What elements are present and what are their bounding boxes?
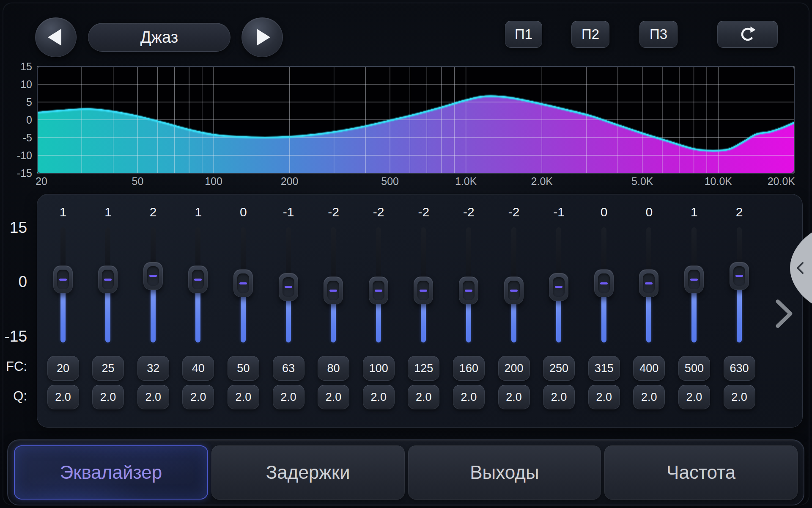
- side-drawer-handle[interactable]: [786, 230, 812, 306]
- svg-text:200: 200: [281, 175, 299, 187]
- band-column-40hz: 1402.0: [176, 194, 221, 428]
- tab-частота[interactable]: Частота: [604, 445, 798, 500]
- band-q-button[interactable]: 2.0: [182, 385, 214, 409]
- band-fc-button[interactable]: 20: [47, 356, 79, 381]
- band-fc-button[interactable]: 500: [678, 356, 710, 381]
- band-gain-value: -2: [311, 204, 356, 221]
- band-slider-handle[interactable]: [98, 265, 118, 293]
- slider-handle-dash-icon: [285, 286, 292, 288]
- band-gain-value: 2: [717, 204, 762, 221]
- band-q-button[interactable]: 2.0: [588, 385, 620, 409]
- band-fc-button[interactable]: 50: [228, 356, 259, 381]
- band-fc-button[interactable]: 315: [588, 356, 620, 381]
- band-gain-value: -1: [536, 204, 582, 221]
- memory-button-p1[interactable]: П1: [505, 21, 542, 48]
- band-q-button[interactable]: 2.0: [137, 385, 169, 409]
- band-q-button[interactable]: 2.0: [498, 385, 530, 409]
- band-fc-button[interactable]: 63: [273, 356, 304, 381]
- band-column-100hz: -21002.0: [356, 194, 401, 428]
- band-fc-button[interactable]: 200: [498, 356, 530, 381]
- slider-handle-dash-icon: [735, 275, 743, 277]
- band-q-button[interactable]: 2.0: [273, 385, 304, 409]
- band-column-315hz: 03152.0: [582, 194, 627, 428]
- fc-row-label: FC:: [0, 359, 27, 374]
- band-gain-value: 0: [626, 204, 672, 221]
- band-fc-button[interactable]: 125: [408, 356, 439, 381]
- svg-text:1.0K: 1.0K: [455, 175, 477, 187]
- memory-button-p2[interactable]: П2: [571, 21, 609, 48]
- band-slider-handle[interactable]: [279, 273, 298, 301]
- preset-next-button[interactable]: [241, 17, 283, 57]
- band-fc-button[interactable]: 80: [318, 356, 349, 381]
- band-fc-button[interactable]: 400: [633, 356, 665, 381]
- band-slider-handle[interactable]: [594, 269, 614, 297]
- band-column-400hz: 04002.0: [626, 194, 672, 428]
- band-fc-button[interactable]: 100: [363, 356, 395, 381]
- band-fc-button[interactable]: 32: [137, 356, 169, 381]
- band-gain-value: 0: [582, 204, 627, 221]
- equalizer-bands-panel: 1202.01252.02322.01402.00502.0-1632.0-28…: [37, 194, 803, 428]
- svg-text:100: 100: [205, 175, 222, 187]
- memory-button-p1-label: П1: [515, 26, 532, 42]
- memory-button-p3-label: П3: [650, 26, 667, 42]
- bottom-tab-bar: ЭквалайзерЗадержкиВыходыЧастота: [7, 439, 804, 505]
- band-q-button[interactable]: 2.0: [228, 385, 259, 409]
- band-q-button[interactable]: 2.0: [408, 385, 439, 409]
- band-column-63hz: -1632.0: [266, 194, 311, 428]
- refresh-icon: [738, 25, 757, 44]
- band-slider-handle[interactable]: [549, 273, 568, 301]
- band-q-button[interactable]: 2.0: [47, 385, 79, 409]
- tab-задержки[interactable]: Задержки: [211, 445, 405, 500]
- svg-text:10: 10: [20, 78, 32, 90]
- band-fc-button[interactable]: 160: [453, 356, 485, 381]
- band-q-button[interactable]: 2.0: [633, 385, 665, 409]
- slider-handle-dash-icon: [600, 282, 608, 284]
- band-q-button[interactable]: 2.0: [543, 385, 575, 409]
- band-slider-handle[interactable]: [188, 265, 208, 293]
- band-slider-handle[interactable]: [369, 276, 388, 304]
- band-column-25hz: 1252.0: [85, 194, 131, 428]
- band-slider-handle[interactable]: [414, 276, 433, 304]
- band-q-button[interactable]: 2.0: [724, 385, 755, 409]
- svg-text:2.0K: 2.0K: [531, 175, 553, 187]
- band-column-160hz: -21602.0: [446, 194, 491, 428]
- graph-x-tick-labels: 20501002005001.0K2.0K5.0K10.0K20.0K: [36, 175, 795, 187]
- band-fc-button[interactable]: 630: [724, 356, 755, 381]
- band-q-button[interactable]: 2.0: [318, 385, 349, 409]
- band-slider-handle[interactable]: [639, 269, 658, 297]
- band-slider-handle[interactable]: [504, 276, 524, 304]
- band-slider-handle[interactable]: [684, 265, 704, 293]
- tab-выходы[interactable]: Выходы: [408, 445, 601, 500]
- slider-handle-dash-icon: [59, 279, 67, 281]
- band-fc-button[interactable]: 250: [543, 356, 575, 381]
- memory-button-p3[interactable]: П3: [639, 21, 678, 48]
- tab-selected-эквалайзер[interactable]: Эквалайзер: [14, 445, 208, 500]
- band-column-125hz: -21252.0: [401, 194, 446, 428]
- svg-text:5: 5: [26, 96, 32, 108]
- band-q-button[interactable]: 2.0: [92, 385, 124, 409]
- band-gain-value: 2: [131, 204, 176, 221]
- slider-scale-zero-label: 0: [0, 273, 27, 291]
- band-gain-value: 0: [221, 204, 266, 221]
- preset-prev-button[interactable]: [35, 17, 77, 57]
- svg-text:15: 15: [20, 61, 32, 72]
- svg-text:500: 500: [381, 175, 399, 187]
- band-slider-handle[interactable]: [53, 265, 73, 293]
- band-fc-button[interactable]: 25: [92, 356, 124, 381]
- band-slider-handle[interactable]: [233, 269, 253, 297]
- band-slider-handle[interactable]: [459, 276, 478, 304]
- preset-name-display[interactable]: Джаз: [88, 23, 230, 52]
- svg-text:20: 20: [36, 175, 47, 187]
- reset-button[interactable]: [717, 21, 778, 48]
- band-q-button[interactable]: 2.0: [453, 385, 485, 409]
- band-q-button[interactable]: 2.0: [678, 385, 710, 409]
- band-slider-handle[interactable]: [324, 276, 343, 304]
- band-slider-handle[interactable]: [730, 262, 749, 290]
- slider-handle-dash-icon: [420, 290, 427, 292]
- band-gain-value: -2: [356, 204, 401, 221]
- band-fc-button[interactable]: 40: [182, 356, 214, 381]
- slider-handle-dash-icon: [149, 275, 157, 277]
- slider-handle-dash-icon: [690, 279, 698, 281]
- band-q-button[interactable]: 2.0: [363, 385, 395, 409]
- band-slider-handle[interactable]: [143, 262, 163, 290]
